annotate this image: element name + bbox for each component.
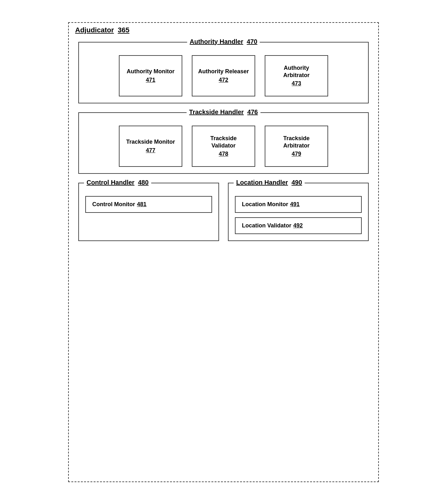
authority-handler-label-text: Authority Handler [190,38,243,45]
trackside-validator-label: Trackside Validator [198,135,249,150]
inner-content: Authority Handler 470 Authority Monitor … [78,42,369,241]
authority-monitor-box: Authority Monitor 471 [119,55,182,96]
control-monitor-box: Control Monitor 481 [85,196,212,213]
control-handler-number: 480 [138,179,148,186]
location-validator-box: Location Validator 492 [235,217,362,234]
location-validator-number: 492 [293,222,303,229]
location-validator-label: Location Validator [242,222,291,229]
control-handler-label: Control Handler 480 [84,179,151,186]
location-handler-label: Location Handler 490 [234,179,305,186]
page-container: Adjudicator 365 Authority Handler 470 Au… [63,16,384,488]
authority-handler-box: Authority Handler 470 Authority Monitor … [78,42,369,103]
trackside-validator-box: Trackside Validator 478 [192,126,255,167]
adjudicator-number: 365 [118,26,129,34]
control-components: Control Monitor 481 [85,196,212,213]
trackside-handler-box: Trackside Handler 476 Trackside Monitor … [78,112,369,174]
bottom-row: Control Handler 480 Control Monitor 481 … [78,183,369,241]
control-handler-label-text: Control Handler [87,179,134,186]
authority-releaser-box: Authority Releaser 472 [192,55,255,96]
trackside-monitor-label: Trackside Monitor [126,138,175,146]
trackside-arbitrator-label: Trackside Arbitrator [270,135,322,150]
location-monitor-label: Location Monitor [242,201,288,208]
authority-monitor-number: 471 [146,77,155,83]
trackside-handler-label: Trackside Handler 476 [187,108,261,116]
trackside-handler-label-text: Trackside Handler [189,108,244,115]
authority-handler-number: 470 [247,38,257,45]
authority-arbitrator-box: Authority Arbitrator 473 [265,55,328,96]
authority-releaser-label: Authority Releaser [198,68,249,75]
trackside-monitor-box: Trackside Monitor 477 [119,126,182,167]
location-components: Location Monitor 491 Location Validator … [235,196,362,234]
location-monitor-box: Location Monitor 491 [235,196,362,213]
control-monitor-number: 481 [137,201,146,208]
location-monitor-number: 491 [290,201,300,208]
location-handler-box: Location Handler 490 Location Monitor 49… [228,183,369,241]
location-handler-number: 490 [291,179,302,186]
adjudicator-box: Adjudicator 365 Authority Handler 470 Au… [68,22,379,482]
authority-components: Authority Monitor 471 Authority Releaser… [85,55,362,96]
authority-releaser-number: 472 [219,77,228,83]
trackside-handler-number: 476 [247,108,258,115]
authority-monitor-label: Authority Monitor [127,68,175,75]
trackside-validator-number: 478 [219,151,228,157]
trackside-components: Trackside Monitor 477 Trackside Validato… [85,126,362,167]
location-handler-label-text: Location Handler [236,179,288,186]
authority-arbitrator-number: 473 [292,80,301,87]
trackside-arbitrator-box: Trackside Arbitrator 479 [265,126,328,167]
authority-arbitrator-label: Authority Arbitrator [270,64,322,79]
trackside-arbitrator-number: 479 [292,151,301,157]
control-handler-box: Control Handler 480 Control Monitor 481 [78,183,219,241]
adjudicator-label-text: Adjudicator [75,26,114,34]
trackside-monitor-number: 477 [146,147,155,154]
control-monitor-label: Control Monitor [92,201,135,208]
adjudicator-label: Adjudicator 365 [74,26,131,34]
authority-handler-label: Authority Handler 470 [187,38,260,45]
